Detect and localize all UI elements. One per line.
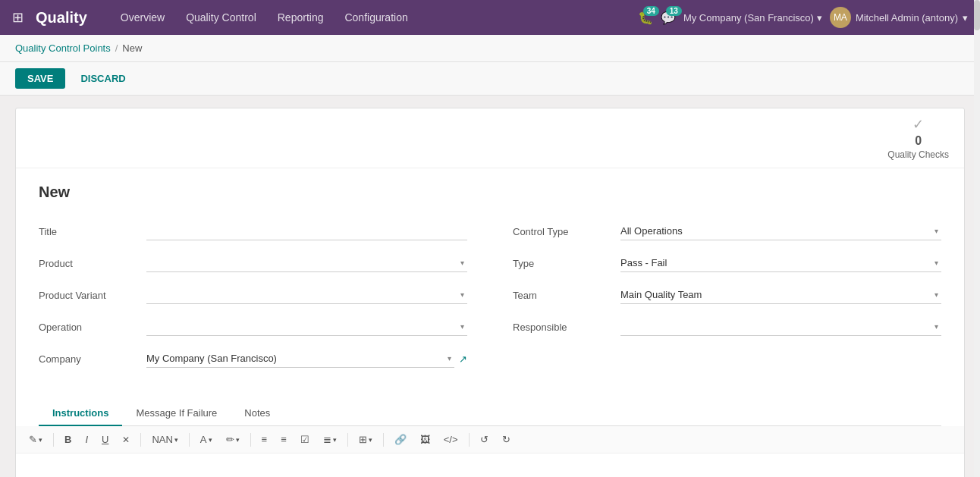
product-label: Product xyxy=(39,258,137,269)
responsible-select[interactable] xyxy=(620,318,941,335)
title-label: Title xyxy=(39,226,137,237)
form-body: New Title Product xyxy=(16,168,964,386)
control-type-select[interactable]: All Operations xyxy=(620,222,941,240)
toolbar-sep-5 xyxy=(347,433,348,447)
bug-icon-btn[interactable]: 🐛 34 xyxy=(638,11,653,25)
image-toolbar-btn[interactable]: 🖼 xyxy=(415,431,435,448)
title-input[interactable] xyxy=(146,222,467,240)
toolbar-sep-3 xyxy=(189,433,190,447)
team-label: Team xyxy=(513,290,611,301)
quality-checks-count: 0 xyxy=(915,134,922,148)
responsible-row: Responsible ▾ xyxy=(513,315,941,339)
checklist-toolbar-btn[interactable]: ☑ xyxy=(295,431,315,448)
user-chevron-icon: ▾ xyxy=(963,12,968,24)
company-field-wrap: My Company (San Francisco) ▾ ↗ xyxy=(146,350,467,368)
product-select-wrap: ▾ xyxy=(146,254,467,272)
eraser-toolbar-btn[interactable]: ✕ xyxy=(117,431,135,448)
company-label: Company xyxy=(39,353,137,365)
tab-notes[interactable]: Notes xyxy=(231,401,284,426)
action-bar: SAVE DISCARD xyxy=(0,62,980,96)
text-color-toolbar-btn[interactable]: A ▾ xyxy=(195,431,218,448)
nav-quality-control[interactable]: Quality Control xyxy=(177,7,265,28)
grid-icon[interactable]: ⊞ xyxy=(12,9,24,26)
tabs-bar: Instructions Message If Failure Notes xyxy=(39,401,941,426)
toolbar-sep-7 xyxy=(469,433,470,447)
topnav-right: 🐛 34 💬 13 My Company (San Francisco) ▾ M… xyxy=(638,7,968,28)
product-field-wrap: ▾ xyxy=(146,254,467,272)
tab-message-if-failure[interactable]: Message If Failure xyxy=(122,401,231,426)
scrollbar-thumb[interactable] xyxy=(974,0,980,30)
pen-toolbar-btn[interactable]: ✎▾ xyxy=(24,431,48,448)
company-row: Company My Company (San Francisco) ▾ ↗ xyxy=(39,347,467,371)
company-external-link-icon[interactable]: ↗ xyxy=(459,353,467,365)
chat-icon-btn[interactable]: 💬 13 xyxy=(661,11,676,25)
company-chevron-icon: ▾ xyxy=(817,12,822,24)
underline-toolbar-btn[interactable]: U xyxy=(96,431,114,448)
product-variant-row: Product Variant ▾ xyxy=(39,283,467,307)
nav-configuration[interactable]: Configuration xyxy=(335,7,416,28)
form-left-section: Title Product xyxy=(39,219,467,371)
avatar: MA xyxy=(830,7,851,28)
highlight-toolbar-btn[interactable]: ✏ ▾ xyxy=(221,431,245,448)
toolbar-sep-4 xyxy=(250,433,251,447)
table-toolbar-btn[interactable]: ⊞ ▾ xyxy=(353,431,378,448)
user-menu[interactable]: MA Mitchell Admin (antony) ▾ xyxy=(830,7,968,28)
product-variant-field-wrap: ▾ xyxy=(146,286,467,304)
undo-toolbar-btn[interactable]: ↺ xyxy=(475,431,494,448)
quality-checks-button[interactable]: ✓ 0 Quality Checks xyxy=(887,116,949,160)
team-select[interactable]: Main Quality Team xyxy=(620,286,941,303)
brand-logo: Quality xyxy=(36,9,87,27)
form-card: ✓ 0 Quality Checks New Title xyxy=(15,108,965,477)
breadcrumb-parent[interactable]: Quality Control Points xyxy=(15,42,111,54)
redo-toolbar-btn[interactable]: ↻ xyxy=(497,431,516,448)
operation-row: Operation ▾ xyxy=(39,315,467,339)
breadcrumb: Quality Control Points / New xyxy=(0,35,980,62)
editor-content[interactable] xyxy=(16,453,964,477)
scrollbar-track[interactable] xyxy=(974,0,980,477)
quality-checks-label: Quality Checks xyxy=(887,149,949,160)
form-right-section: Control Type All Operations ▾ xyxy=(513,219,941,371)
company-select[interactable]: My Company (San Francisco) xyxy=(146,350,454,367)
topnav: ⊞ Quality Overview Quality Control Repor… xyxy=(0,0,980,35)
product-variant-select[interactable] xyxy=(146,286,467,303)
ordered-list-toolbar-btn[interactable]: ≡ xyxy=(275,431,292,448)
bold-toolbar-btn[interactable]: B xyxy=(59,431,77,448)
type-select[interactable]: Pass - Fail xyxy=(620,254,941,271)
unordered-list-toolbar-btn[interactable]: ≡ xyxy=(256,431,273,448)
align-toolbar-btn[interactable]: ≣ ▾ xyxy=(318,431,342,448)
type-select-wrap: Pass - Fail ▾ xyxy=(620,254,941,272)
type-row: Type Pass - Fail ▾ xyxy=(513,251,941,275)
toolbar-sep-6 xyxy=(383,433,384,447)
italic-toolbar-btn[interactable]: I xyxy=(80,431,93,448)
company-name: My Company (San Francisco) xyxy=(683,12,814,24)
responsible-field-wrap: ▾ xyxy=(620,318,941,336)
nav-overview[interactable]: Overview xyxy=(112,7,174,28)
team-row: Team Main Quality Team ▾ xyxy=(513,283,941,307)
form-grid: Title Product xyxy=(39,219,941,371)
responsible-select-wrap: ▾ xyxy=(620,318,941,336)
discard-button[interactable]: DISCARD xyxy=(71,68,134,89)
control-type-select-wrap: All Operations ▾ xyxy=(620,222,941,240)
code-toolbar-btn[interactable]: </> xyxy=(438,431,463,448)
team-field-wrap: Main Quality Team ▾ xyxy=(620,286,941,304)
tab-instructions[interactable]: Instructions xyxy=(39,401,122,426)
link-toolbar-btn[interactable]: 🔗 xyxy=(389,431,412,448)
operation-field-wrap: ▾ xyxy=(146,318,467,336)
save-button[interactable]: SAVE xyxy=(15,68,65,89)
operation-select[interactable] xyxy=(146,318,467,335)
product-variant-label: Product Variant xyxy=(39,290,137,301)
toolbar-sep-1 xyxy=(53,433,54,447)
nav-links: Overview Quality Control Reporting Confi… xyxy=(112,7,632,28)
card-statusbar: ✓ 0 Quality Checks xyxy=(16,108,964,168)
nav-reporting[interactable]: Reporting xyxy=(269,7,333,28)
title-field-wrap xyxy=(146,222,467,240)
responsible-label: Responsible xyxy=(513,322,611,333)
user-name: Mitchell Admin (antony) xyxy=(856,12,958,24)
font-toolbar-btn[interactable]: NAN ▾ xyxy=(146,431,183,448)
editor-toolbar: ✎▾ B I U ✕ NAN ▾ A ▾ ✏ ▾ ≡ ≡ ☑ ≣ ▾ ⊞ ▾ 🔗 xyxy=(16,426,964,453)
product-select[interactable] xyxy=(146,254,467,271)
operation-label: Operation xyxy=(39,322,137,333)
main-content: ✓ 0 Quality Checks New Title xyxy=(0,96,980,477)
company-selector[interactable]: My Company (San Francisco) ▾ xyxy=(683,12,822,24)
breadcrumb-separator: / xyxy=(115,42,118,54)
